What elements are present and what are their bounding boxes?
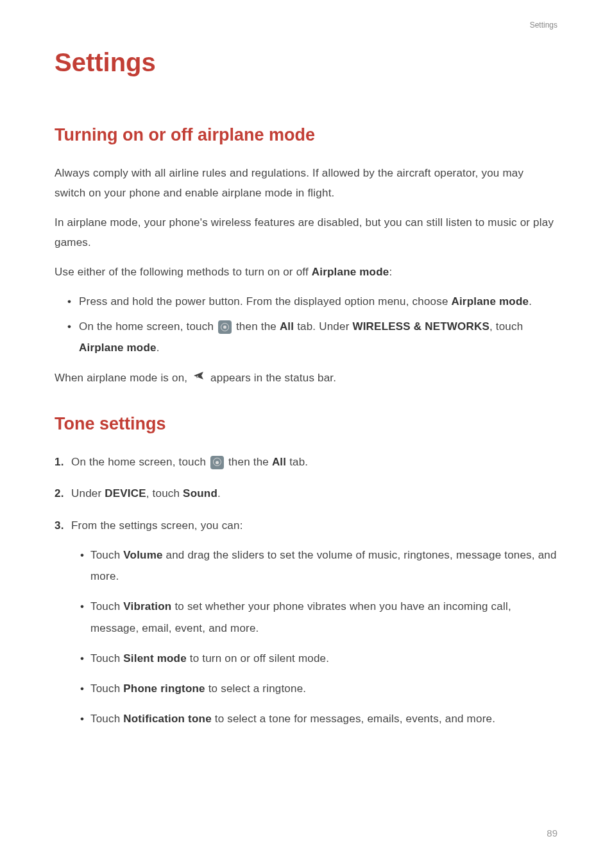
text: From the settings screen, you can: xyxy=(71,519,243,532)
list-item: Touch Volume and drag the sliders to set… xyxy=(80,544,557,587)
text: to select a tone for messages, emails, e… xyxy=(212,713,495,725)
text: Press and hold the power button. From th… xyxy=(79,295,451,308)
section-heading-tone: Tone settings xyxy=(55,414,557,434)
paragraph: Always comply with all airline rules and… xyxy=(55,163,557,204)
list-item: Touch Notification tone to select a tone… xyxy=(80,708,557,729)
text: Touch xyxy=(90,549,123,561)
section-tone-settings: Tone settings 1. On the home screen, tou… xyxy=(55,414,557,729)
text: , touch xyxy=(489,320,523,333)
bold-text: All xyxy=(272,456,286,468)
bold-text: Phone ringtone xyxy=(123,682,205,695)
bold-text: Silent mode xyxy=(123,652,187,664)
header-label: Settings xyxy=(530,21,557,30)
paragraph: Use either of the following methods to t… xyxy=(55,262,557,282)
bold-text: Volume xyxy=(123,549,162,561)
text: Under xyxy=(71,487,105,499)
paragraph: In airplane mode, your phone's wireless … xyxy=(55,213,557,253)
text: . xyxy=(157,342,160,354)
bold-text: All xyxy=(280,320,294,333)
number-list: 1. On the home screen, touch then the Al… xyxy=(55,452,557,729)
list-item: On the home screen, touch then the All t… xyxy=(67,316,557,358)
list-item: Touch Phone ringtone to select a rington… xyxy=(80,678,557,699)
sub-bullet-list: Touch Volume and drag the sliders to set… xyxy=(71,544,557,729)
step-number: 1. xyxy=(55,452,64,472)
list-item: 3. From the settings screen, you can: To… xyxy=(55,516,557,729)
text: Touch xyxy=(90,652,123,664)
list-item: 1. On the home screen, touch then the Al… xyxy=(55,452,557,472)
bold-text: WIRELESS & NETWORKS xyxy=(352,320,489,333)
text: tab. Under xyxy=(294,320,352,333)
airplane-icon xyxy=(192,368,205,388)
text: : xyxy=(389,266,392,278)
text: tab. xyxy=(286,456,308,468)
page-number: 89 xyxy=(547,828,557,838)
section-heading-airplane: Turning on or off airplane mode xyxy=(55,125,557,145)
text: to select a ringtone. xyxy=(205,682,307,695)
text: then the xyxy=(225,456,272,468)
bold-text: Airplane mode xyxy=(451,295,529,308)
step-number: 2. xyxy=(55,483,64,503)
bold-text: Airplane mode xyxy=(312,266,389,278)
list-item: Touch Silent mode to turn on or off sile… xyxy=(80,648,557,669)
text: On the home screen, touch xyxy=(79,320,217,333)
settings-icon xyxy=(210,456,224,469)
section-airplane-mode: Turning on or off airplane mode Always c… xyxy=(55,125,557,388)
text: appears in the status bar. xyxy=(207,372,336,384)
list-item: 2. Under DEVICE, touch Sound. xyxy=(55,483,557,503)
bullet-list: Press and hold the power button. From th… xyxy=(55,291,557,358)
text: . xyxy=(217,487,221,499)
step-number: 3. xyxy=(55,516,64,535)
text: . xyxy=(529,295,532,308)
settings-icon xyxy=(218,320,232,334)
text: When airplane mode is on, xyxy=(55,372,191,384)
bold-text: Airplane mode xyxy=(79,342,157,354)
text: Touch xyxy=(90,713,123,725)
page-title: Settings xyxy=(55,48,557,77)
text: to turn on or off silent mode. xyxy=(187,652,329,664)
text: then the xyxy=(233,320,280,333)
list-item: Touch Vibration to set whether your phon… xyxy=(80,596,557,638)
text: Touch xyxy=(90,682,123,695)
text: Touch xyxy=(90,600,123,612)
bold-text: Notification tone xyxy=(123,713,212,725)
paragraph: When airplane mode is on, appears in the… xyxy=(55,368,557,388)
text: , touch xyxy=(146,487,183,499)
bold-text: DEVICE xyxy=(105,487,146,499)
list-item: Press and hold the power button. From th… xyxy=(67,291,557,312)
bold-text: Sound xyxy=(183,487,217,499)
text: On the home screen, touch xyxy=(71,456,209,468)
bold-text: Vibration xyxy=(123,600,171,612)
text: Use either of the following methods to t… xyxy=(55,266,312,278)
